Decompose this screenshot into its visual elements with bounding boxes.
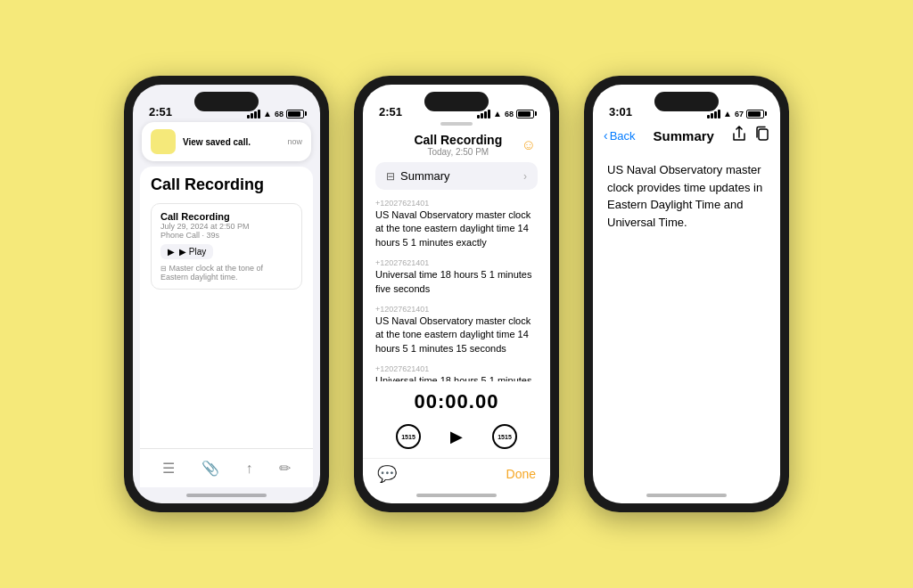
phone2-title: Call Recording [414, 133, 502, 147]
transcript-text-2: Universal time 18 hours 5 1 minutes five… [375, 268, 538, 296]
transcript-item-4: +12027621401 Universal time 18 hours 5 1… [375, 364, 538, 381]
home-indicator-3 [593, 487, 780, 503]
battery-icon [286, 110, 304, 118]
notif-time: now [287, 137, 302, 146]
transcript-number-3: +12027621401 [375, 305, 538, 314]
transcript-number-1: +12027621401 [375, 199, 538, 208]
wifi-icon-3: ▲ [723, 109, 732, 118]
battery-icon-2 [516, 110, 534, 118]
play-pause-button[interactable]: ▶ [440, 421, 473, 453]
phone2-subtitle: Today, 2:50 PM [414, 147, 502, 157]
copy-icon[interactable] [755, 126, 769, 145]
smiley-icon[interactable]: ☺ [522, 137, 536, 153]
done-button[interactable]: Done [506, 467, 536, 481]
skip-back-button[interactable]: 15 [396, 424, 421, 449]
summary-row-icon: ⊟ [386, 170, 395, 183]
transcript-number-4: +12027621401 [375, 364, 538, 373]
rec-preview: ⊟ Master clock at the tone of Eastern da… [160, 264, 292, 282]
wifi-icon-2: ▲ [493, 109, 502, 118]
status-time-2: 2:51 [379, 105, 402, 118]
back-button[interactable]: ‹ Back [604, 128, 636, 143]
status-icons-1: ▲ 68 [247, 109, 304, 118]
phone3-summary-text: US Naval Observatory master clock provid… [607, 161, 766, 231]
skip-fwd-button[interactable]: 15 [492, 424, 517, 449]
rec-date: July 29, 2024 at 2:50 PM Phone Call · 39… [160, 222, 292, 240]
transcript-item-2: +12027621401 Universal time 18 hours 5 1… [375, 258, 538, 296]
summary-row[interactable]: ⊟ Summary › [375, 162, 538, 190]
phone3-nav: ‹ Back Summary [593, 122, 780, 151]
drag-handle [363, 122, 550, 126]
notification-banner[interactable]: View saved call. now [142, 122, 311, 161]
svg-rect-0 [759, 129, 768, 140]
compose-icon[interactable]: ✏ [279, 460, 291, 477]
phone-1: 2:51 ▲ 68 View saved call. now [124, 76, 329, 512]
status-icons-3: ▲ 67 [707, 109, 764, 118]
summary-row-label: Summary [400, 169, 450, 183]
dynamic-island-3 [654, 92, 719, 111]
phone1-tab-bar: ☰ 📎 ↑ ✏ [140, 448, 313, 487]
transcript-list: +12027621401 US Naval Observatory master… [363, 199, 550, 381]
transcript-icon[interactable]: 💬 [377, 464, 397, 484]
back-label: Back [610, 129, 636, 143]
transcript-item-1: +12027621401 US Naval Observatory master… [375, 199, 538, 249]
battery-num: 68 [275, 110, 284, 118]
phone1-title: Call Recording [151, 176, 302, 194]
player-section: 00:00.00 15 ▶ 15 [363, 381, 550, 458]
battery-icon-3 [746, 110, 764, 118]
arrow-icon[interactable]: ↑ [245, 461, 252, 477]
home-indicator-2 [363, 487, 550, 503]
transcript-text-3: US Naval Observatory master clock at the… [375, 314, 538, 355]
phone3-title: Summary [654, 128, 714, 143]
dynamic-island [194, 92, 259, 111]
status-time-1: 2:51 [149, 105, 172, 118]
player-time: 00:00.00 [363, 390, 550, 413]
status-time-3: 3:01 [609, 105, 632, 118]
wifi-icon: ▲ [263, 109, 272, 118]
phone2-bottom-bar: 💬 Done [363, 458, 550, 487]
back-chevron-icon: ‹ [604, 128, 608, 143]
rec-controls: ▶ ▶ Play [160, 244, 292, 259]
battery-num-2: 68 [505, 110, 514, 118]
phone-2: 2:51 ▲ 68 Call Recordin [354, 76, 559, 512]
phone1-main: Call Recording Call Recording July 29, 2… [140, 167, 313, 448]
chevron-right-icon: › [523, 170, 527, 183]
share-icon[interactable] [732, 126, 746, 145]
dynamic-island-2 [424, 92, 489, 111]
notif-content: View saved call. [183, 137, 280, 147]
phone3-nav-icons [732, 126, 769, 145]
battery-num-3: 67 [735, 110, 744, 118]
player-controls: 15 ▶ 15 [363, 421, 550, 453]
summary-row-left: ⊟ Summary [386, 169, 450, 183]
recording-card: Call Recording July 29, 2024 at 2:50 PM … [151, 203, 302, 290]
list-icon[interactable]: ☰ [162, 460, 175, 477]
notif-app-icon [151, 129, 176, 154]
play-icon: ▶ [168, 247, 175, 257]
play-button[interactable]: ▶ ▶ Play [160, 244, 213, 259]
phone-3: 3:01 ▲ 67 ‹ Back Summary [584, 76, 789, 512]
preview-icon: ⊟ [160, 265, 167, 273]
paperclip-icon[interactable]: 📎 [202, 460, 219, 477]
transcript-item-3: +12027621401 US Naval Observatory master… [375, 305, 538, 355]
phone2-nav: Call Recording Today, 2:50 PM ☺ [363, 129, 550, 162]
notif-title: View saved call. [183, 137, 280, 147]
rec-title: Call Recording [160, 211, 292, 222]
phone3-content: US Naval Observatory master clock provid… [593, 151, 780, 487]
status-icons-2: ▲ 68 [477, 109, 534, 118]
transcript-text-1: US Naval Observatory master clock at the… [375, 208, 538, 249]
phone2-title-block: Call Recording Today, 2:50 PM [414, 133, 502, 157]
transcript-number-2: +12027621401 [375, 258, 538, 267]
home-indicator [133, 487, 320, 503]
transcript-text-4: Universal time 18 hours 5 1 minutes 20 s… [375, 374, 538, 381]
